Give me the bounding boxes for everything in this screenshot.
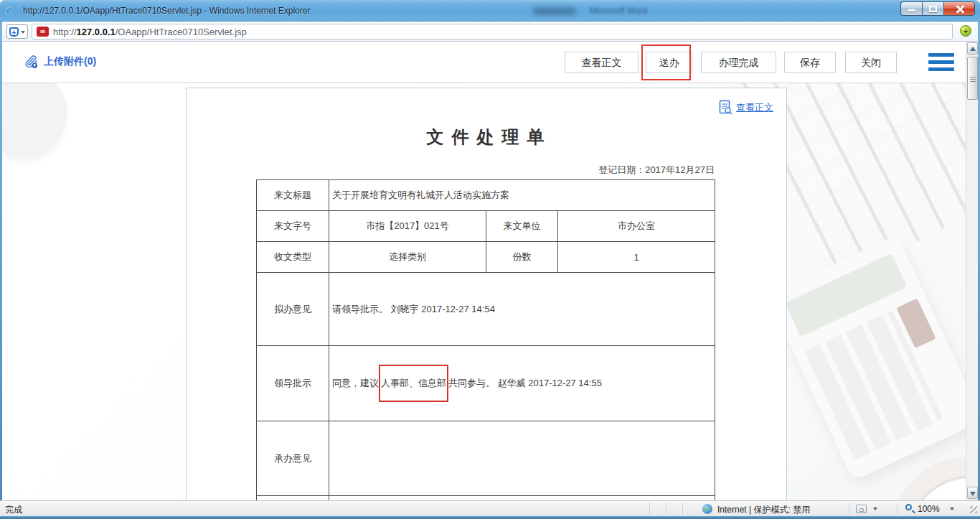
url-domain: 127.0.0.1 [77, 27, 116, 37]
status-divider [897, 502, 897, 515]
table-row: 领导批示 同意，建议人事部、信息部共同参与。 赵华威 2017-12-27 14… [257, 346, 715, 421]
magnifier-icon [905, 504, 912, 510]
status-divider [682, 502, 683, 515]
chevron-down-icon [950, 508, 954, 510]
register-date: 登记日期：2017年12月27日 [256, 164, 715, 177]
close-icon [956, 5, 964, 14]
close-page-button[interactable]: 关闭 [845, 52, 897, 73]
menu-hamburger-icon[interactable] [928, 52, 954, 73]
scroll-down-button[interactable] [967, 487, 978, 499]
window-title: http://127.0.0.1/OAapp/HtTrace0710Servle… [23, 6, 310, 16]
table-row: 来文字号 市指【2017】021号 来文单位 市办公室 [257, 211, 715, 242]
field-label: 来文标题 [257, 180, 329, 211]
app-toolbar: 上传附件(0) 查看正文 送办 办理完成 保存 关闭 [2, 42, 966, 83]
status-text: 完成 [5, 504, 22, 516]
view-body-button[interactable]: 查看正文 [565, 52, 639, 73]
compatibility-icon [856, 505, 867, 513]
favorites-pin-button[interactable]: + [6, 24, 28, 39]
copies-cell[interactable]: 1 [558, 242, 715, 273]
table-row: 收文类型 选择类别 份数 1 [257, 242, 715, 273]
table-row: 拟办意见 请领导批示。 刘晓宇 2017-12-27 14:54 [257, 273, 715, 346]
status-divider [649, 502, 650, 515]
handle-opinion-cell[interactable] [329, 421, 715, 496]
field-label: 来文字号 [257, 211, 329, 242]
addon-icon[interactable]: + [960, 25, 971, 37]
table-row: 承办意见 [257, 421, 715, 496]
pin-plus-icon: + [9, 27, 19, 37]
field-label: 领导批示 [257, 346, 329, 421]
scroll-up-button[interactable] [967, 42, 978, 55]
desk-photo-calculator [767, 235, 966, 481]
compatibility-view-button[interactable] [856, 504, 885, 515]
status-bar: 完成 Internet | 保护模式: 禁用 100% [0, 500, 980, 516]
field-label: 份数 [486, 242, 558, 273]
complete-button[interactable]: 办理完成 [701, 52, 776, 73]
zoom-level: 100% [918, 504, 940, 514]
table-row: 来文标题 关于开展培育文明有礼城开人活动实施方案 [257, 180, 715, 211]
resize-grip[interactable] [970, 506, 977, 513]
receive-type-select[interactable]: 选择类别 [329, 242, 486, 273]
annotation-box-departments: 人事部、信息部 [379, 365, 448, 402]
upload-attachment-label: 上传附件(0) [44, 55, 96, 68]
leader-comment-post: 共同参与。 赵华威 2017-12-27 14:55 [448, 378, 602, 388]
upload-attachment-link[interactable]: 上传附件(0) [24, 54, 96, 69]
window-frame-bottom [0, 516, 980, 519]
document-panel: 查看正文 文件处理单 登记日期：2017年12月27日 来文标题 关于开展培育文… [186, 88, 787, 500]
site-favicon: ∞ [37, 27, 49, 37]
chevron-down-icon [873, 508, 877, 510]
maximize-button[interactable] [922, 1, 943, 16]
field-label: 收文类型 [257, 242, 329, 273]
scrollbar-thumb[interactable] [967, 57, 978, 100]
view-body-link-label: 查看正文 [736, 101, 773, 114]
desk-photo-cup [888, 457, 966, 500]
browser-window: e http://127.0.0.1/OAapp/HtTrace0710Serv… [0, 0, 980, 519]
url-protocol: http:// [53, 27, 77, 37]
maximize-icon [929, 6, 937, 12]
field-label: 来文单位 [486, 211, 558, 242]
window-frame-left [0, 22, 2, 519]
internet-zone-icon [702, 504, 712, 514]
field-label: 拟办意见 [257, 273, 329, 346]
address-bar: + ∞ http://127.0.0.1/OAapp/HtTrace0710Se… [0, 22, 980, 42]
send-handle-button[interactable]: 送办 [646, 52, 692, 73]
title-bar: e http://127.0.0.1/OAapp/HtTrace0710Serv… [0, 0, 980, 22]
document-title: 文件处理单 [256, 126, 715, 149]
draft-opinion-cell[interactable]: 请领导批示。 刘晓宇 2017-12-27 14:54 [329, 273, 715, 346]
leader-comment-pre: 同意，建议 [332, 378, 379, 388]
zone-protected-mode-text: Internet | 保护模式: 禁用 [717, 504, 810, 516]
doc-number-cell[interactable]: 市指【2017】021号 [329, 211, 486, 242]
arrow-down-icon [970, 492, 976, 496]
leader-comment-cell[interactable]: 同意，建议人事部、信息部共同参与。 赵华威 2017-12-27 14:55 [329, 346, 715, 421]
incoming-title-cell[interactable]: 关于开展培育文明有礼城开人活动实施方案 [329, 180, 715, 211]
desk-photo-object [2, 83, 79, 169]
thumb-grip-icon [970, 76, 976, 82]
paperclip-icon [24, 54, 39, 69]
zoom-control[interactable]: 100% [905, 503, 966, 515]
minimize-button[interactable] [900, 1, 922, 16]
from-unit-cell[interactable]: 市办公室 [558, 211, 715, 242]
document-search-icon [719, 100, 732, 115]
field-label: 承办意见 [257, 421, 329, 496]
url-path: /OAapp/HtTrace0710Servlet.jsp [116, 27, 247, 37]
status-divider [849, 502, 849, 515]
arrow-up-icon [970, 47, 976, 51]
close-button[interactable] [943, 1, 975, 16]
minimize-icon [908, 9, 915, 11]
page-scrollbar[interactable] [966, 42, 978, 500]
background-window-title: Microsoft Word [590, 6, 647, 16]
address-input[interactable]: ∞ http://127.0.0.1/OAapp/HtTrace0710Serv… [32, 24, 953, 39]
chevron-down-icon [21, 31, 25, 34]
status-divider [666, 502, 666, 515]
background-window-blur [534, 7, 575, 15]
process-form-table: 来文标题 关于开展培育文明有礼城开人活动实施方案 来文字号 市指【2017】02… [256, 179, 715, 500]
page-content: 查看正文 文件处理单 登记日期：2017年12月27日 来文标题 关于开展培育文… [2, 83, 966, 500]
view-body-link[interactable]: 查看正文 [719, 100, 773, 115]
save-button[interactable]: 保存 [784, 52, 836, 73]
ie-logo-icon: e [6, 4, 19, 17]
